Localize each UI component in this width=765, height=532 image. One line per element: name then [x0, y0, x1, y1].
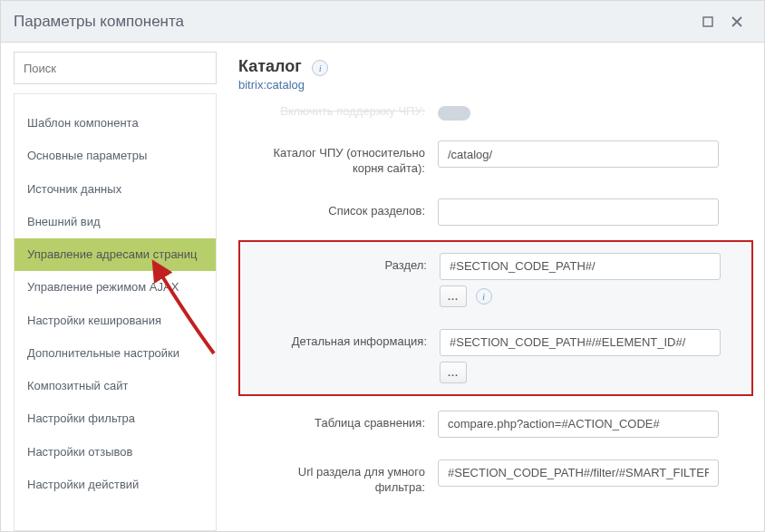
- search-box[interactable]: [14, 52, 217, 84]
- browse-detail-button[interactable]: ...: [440, 362, 467, 383]
- sidebar-item-10[interactable]: Настройки отзывов: [15, 436, 216, 469]
- label-detail: Детальная информация:: [258, 329, 440, 350]
- input-section[interactable]: [440, 253, 721, 280]
- input-detail[interactable]: [440, 329, 721, 356]
- info-icon[interactable]: i: [476, 288, 492, 305]
- component-name: bitrix:catalog: [238, 78, 759, 92]
- params-panel: Включить поддержку ЧПУ: Каталог ЧПУ (отн…: [238, 101, 759, 531]
- sidebar-item-9[interactable]: Настройки фильтра: [15, 402, 216, 435]
- input-sections[interactable]: [438, 198, 719, 226]
- sidebar-item-6[interactable]: Настройки кеширования: [15, 305, 216, 337]
- row-sef-folder: Каталог ЧПУ (относительно корня сайта):: [238, 130, 753, 188]
- row-section: Раздел: ... i: [240, 242, 751, 318]
- sidebar-item-8[interactable]: Композитный сайт: [15, 370, 216, 402]
- row-sections: Список разделов:: [238, 188, 753, 237]
- nav-list: Шаблон компонентаОсновные параметрыИсточ…: [15, 94, 216, 530]
- highlight-box: Раздел: ... i Детальная информация:: [238, 240, 753, 396]
- label-compare: Таблица сравнения:: [257, 411, 438, 431]
- row-detail: Детальная информация: ...: [240, 318, 751, 394]
- sidebar-item-5[interactable]: Управление режимом AJAX: [15, 271, 216, 304]
- page-title: Каталог: [238, 57, 302, 76]
- input-smart-filter[interactable]: [438, 459, 719, 487]
- content-header: Каталог i bitrix:catalog: [238, 52, 759, 101]
- sidebar-item-7[interactable]: Дополнительные настройки: [15, 337, 216, 370]
- sidebar-item-11[interactable]: Настройки действий: [15, 469, 216, 501]
- label-sections: Список разделов:: [257, 198, 438, 219]
- label-sef-enable: Включить поддержку ЧПУ:: [257, 104, 438, 121]
- browse-section-button[interactable]: ...: [440, 285, 467, 307]
- sidebar-item-2[interactable]: Источник данных: [15, 173, 216, 206]
- sidebar-item-1[interactable]: Основные параметры: [15, 140, 216, 172]
- label-section: Раздел:: [258, 253, 440, 274]
- sidebar-item-4[interactable]: Управление адресами страниц: [15, 238, 216, 271]
- label-sef-folder: Каталог ЧПУ (относительно корня сайта):: [257, 140, 438, 177]
- search-input[interactable]: [24, 62, 207, 75]
- titlebar: Параметры компонента: [1, 1, 764, 43]
- sidebar-item-3[interactable]: Внешний вид: [15, 206, 216, 238]
- maximize-button[interactable]: [693, 7, 722, 36]
- input-sef-folder[interactable]: [438, 140, 719, 168]
- row-sef-enable: Включить поддержку ЧПУ:: [238, 101, 753, 130]
- sidebar: Шаблон компонентаОсновные параметрыИсточ…: [14, 52, 217, 531]
- window-title: Параметры компонента: [14, 13, 184, 31]
- svg-rect-0: [703, 17, 712, 26]
- sidebar-item-0[interactable]: Шаблон компонента: [15, 107, 216, 140]
- info-icon[interactable]: i: [312, 60, 328, 76]
- row-compare: Таблица сравнения:: [238, 400, 753, 449]
- close-button[interactable]: [722, 7, 751, 36]
- input-compare[interactable]: [438, 411, 719, 438]
- toggle-sef[interactable]: [438, 106, 470, 121]
- row-smart-filter: Url раздела для умного фильтра:: [238, 449, 753, 507]
- label-smart-filter: Url раздела для умного фильтра:: [257, 459, 438, 496]
